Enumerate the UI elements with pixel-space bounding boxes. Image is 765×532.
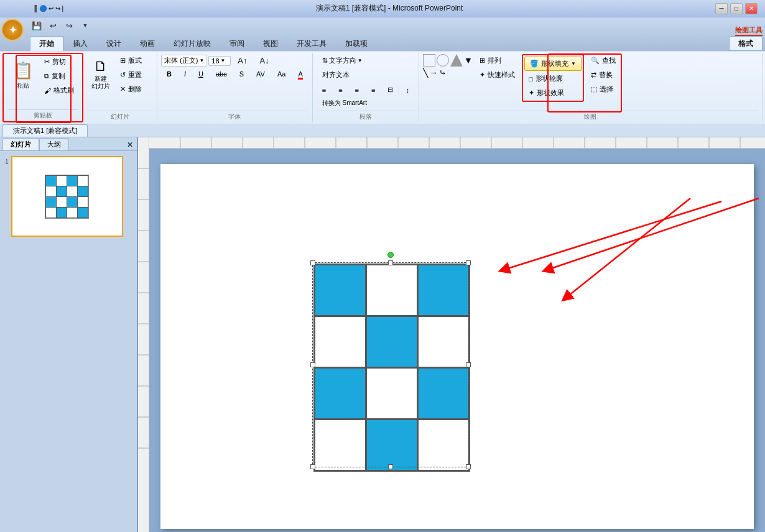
- new-slide-label: 新建幻灯片: [91, 75, 110, 90]
- thumb-grid: [45, 175, 89, 219]
- tab-home[interactable]: 开始: [30, 36, 63, 51]
- save-qa-btn[interactable]: 💾: [30, 19, 44, 32]
- layout-button[interactable]: ⊞ 版式: [116, 54, 153, 67]
- outline-icon: □: [529, 75, 533, 83]
- quick-styles-icon: ✦: [480, 71, 485, 79]
- paste-button[interactable]: 📋 粘贴: [7, 55, 39, 95]
- align-text-btn[interactable]: 对齐文本: [317, 68, 355, 81]
- line-spacing-btn[interactable]: ↕: [400, 85, 415, 96]
- effect-icon: ✦: [529, 89, 534, 97]
- fill-bucket-icon: 🪣: [530, 60, 539, 68]
- ribbon-wrapper: ✦ 💾 ↩ ↪ ▼ 开始 插入 设计 动画 幻灯片放映 审阅 视图 开发工具 加…: [0, 17, 765, 124]
- close-btn[interactable]: ✕: [745, 3, 758, 14]
- new-slide-button[interactable]: 🗋 新建幻灯片: [87, 54, 114, 94]
- slide-item-1[interactable]: 1: [5, 156, 132, 237]
- svg-rect-11: [149, 137, 765, 149]
- shadow-btn[interactable]: S: [234, 68, 249, 80]
- minimize-btn[interactable]: ─: [715, 3, 728, 14]
- shape-effect-button[interactable]: ✦ 形状效果: [524, 86, 582, 99]
- slide-canvas[interactable]: [160, 164, 754, 529]
- shape-circle[interactable]: [437, 54, 449, 66]
- tab-addins[interactable]: 加载项: [336, 36, 377, 51]
- paste-label: 粘贴: [17, 81, 29, 90]
- redo-qa-btn[interactable]: ↪: [62, 19, 76, 32]
- replace-button[interactable]: ⇄ 替换: [586, 68, 624, 81]
- arrange-button[interactable]: ⊞ 排列: [475, 54, 519, 67]
- convert-smartart-btn[interactable]: 转换为 SmartArt: [317, 97, 373, 109]
- window-controls[interactable]: 🔵 ↩ ↪ |: [39, 5, 63, 12]
- font-size-dropdown[interactable]: 18 ▼: [208, 56, 231, 66]
- drawing-label: 绘图: [423, 111, 758, 121]
- slide-panel: 幻灯片 大纲 ✕ 1: [0, 137, 138, 532]
- cut-button[interactable]: ✂ 剪切: [40, 55, 78, 68]
- undo-qa-btn[interactable]: ↩: [46, 19, 60, 32]
- tab-insert[interactable]: 插入: [63, 36, 97, 51]
- increase-font-btn[interactable]: A↑: [232, 54, 253, 67]
- rotate-handle[interactable]: [387, 252, 394, 258]
- shape-outline-button[interactable]: □ 形状轮廓: [524, 72, 582, 85]
- font-color-btn[interactable]: A: [292, 68, 308, 80]
- cell-3-2: [419, 420, 468, 470]
- align-left-btn[interactable]: ≡: [317, 85, 332, 96]
- col-btn[interactable]: ⊟: [382, 84, 399, 96]
- select-button[interactable]: ⬚ 选择: [586, 83, 624, 96]
- shape-rect[interactable]: [423, 54, 435, 66]
- doc-tab[interactable]: 演示文稿1 [兼容模式]: [2, 124, 88, 137]
- slide-workspace[interactable]: [149, 149, 765, 532]
- drawing-group: ▼ ╲ → ⤷ ⊞ 排列 ✦ 快速样式: [419, 53, 763, 122]
- main-grid[interactable]: [313, 264, 470, 472]
- font-name-dropdown[interactable]: 宋体 (正文) ▼: [161, 55, 207, 66]
- slides-panel-tab[interactable]: 幻灯片: [2, 138, 39, 150]
- decrease-font-btn[interactable]: A↓: [254, 54, 274, 67]
- format-painter-button[interactable]: 🖌 格式刷: [40, 84, 78, 97]
- text-direction-icon: ⇅: [322, 57, 328, 65]
- shape-fill-button[interactable]: 🪣 形状填充 ▼: [524, 57, 582, 71]
- shapes-more-btn[interactable]: ▼: [464, 55, 473, 65]
- tab-design[interactable]: 设计: [97, 36, 131, 51]
- delete-button[interactable]: ✕ 删除: [116, 83, 153, 96]
- text-direction-btn[interactable]: ⇅ 文字方向 ▼: [317, 54, 368, 67]
- cell-1-2: [419, 317, 468, 367]
- tab-devtools[interactable]: 开发工具: [287, 36, 336, 51]
- slides-list: 1: [0, 151, 137, 532]
- tab-slideshow[interactable]: 幻灯片放映: [164, 36, 220, 51]
- tab-review[interactable]: 审阅: [220, 36, 254, 51]
- slides-group: 🗋 新建幻灯片 ⊞ 版式 ↺ 重置 ✕ 删除: [83, 53, 157, 122]
- delete-icon: ✕: [120, 85, 126, 93]
- case-btn[interactable]: Aa: [272, 68, 291, 80]
- more-qa-btn[interactable]: ▼: [78, 19, 92, 32]
- outline-panel-tab[interactable]: 大纲: [39, 138, 69, 150]
- italic-btn[interactable]: I: [178, 68, 192, 80]
- reset-button[interactable]: ↺ 重置: [116, 68, 153, 81]
- quick-styles-button[interactable]: ✦ 快速样式: [475, 68, 519, 81]
- line-tool[interactable]: ╲: [423, 68, 428, 78]
- drawing-tools-label: 绘图工具: [735, 25, 763, 36]
- tab-view[interactable]: 视图: [254, 36, 287, 51]
- slide-thumbnail-1[interactable]: [11, 156, 123, 237]
- align-right-btn[interactable]: ≡: [350, 85, 364, 96]
- cell-2-0: [315, 369, 365, 418]
- office-button[interactable]: ✦: [1, 19, 24, 41]
- copy-button[interactable]: ⧉ 复制: [40, 70, 78, 83]
- maximize-btn[interactable]: □: [730, 3, 743, 14]
- quick-access-toolbar: 💾 ↩ ↪ ▼: [0, 17, 765, 34]
- strikethrough-btn[interactable]: abc: [210, 68, 233, 80]
- shape-triangle[interactable]: [450, 54, 463, 66]
- cell-1-1: [367, 317, 417, 367]
- find-button[interactable]: 🔍 查找: [586, 54, 624, 67]
- arrow-tool[interactable]: →: [429, 68, 438, 78]
- ribbon-tab-row: 开始 插入 设计 动画 幻灯片放映 审阅 视图 开发工具 加载项 绘图工具 格式: [0, 34, 765, 51]
- panel-close-btn[interactable]: ✕: [123, 139, 137, 150]
- editing-group: 🔍 查找 ⇄ 替换 ⬚ 选择: [586, 54, 624, 96]
- tab-animation[interactable]: 动画: [131, 36, 164, 51]
- tab-format[interactable]: 格式: [729, 36, 763, 51]
- justify-btn[interactable]: ≡: [366, 85, 381, 96]
- paragraph-label: 段落: [317, 111, 415, 121]
- document-tab-bar: 演示文稿1 [兼容模式]: [0, 124, 765, 137]
- bold-btn[interactable]: B: [161, 68, 177, 80]
- underline-btn[interactable]: U: [193, 68, 209, 80]
- connector-tool[interactable]: ⤷: [439, 68, 447, 78]
- align-center-btn[interactable]: ≡: [333, 85, 348, 96]
- spacing-btn[interactable]: AV: [251, 68, 271, 80]
- search-icon: 🔍: [591, 57, 600, 65]
